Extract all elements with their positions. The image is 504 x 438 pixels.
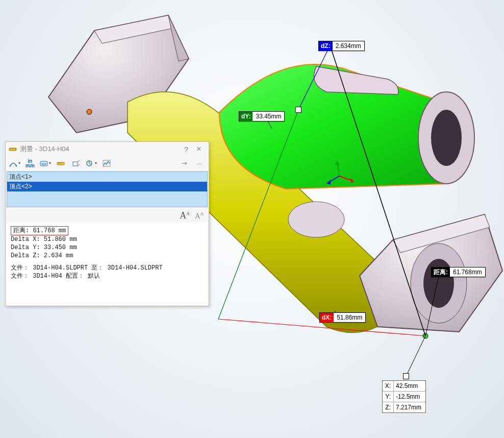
callout-distance-tag: 距离: (432, 267, 450, 277)
close-button[interactable]: × (192, 144, 206, 154)
collapse-button[interactable]: ︿ (192, 157, 207, 169)
result-dz-value: 2.634 mm (44, 252, 73, 259)
history-button[interactable] (84, 157, 98, 169)
svg-point-9 (423, 259, 454, 308)
measure-titlebar[interactable]: 测量 - 3D14-H04 ? × (6, 142, 209, 156)
model-boss (288, 202, 344, 237)
model-cylinder-green (219, 64, 474, 189)
svg-text:xyz: xyz (42, 162, 46, 165)
coord-y-label: Y: (383, 392, 394, 402)
units-button[interactable]: inmm (23, 157, 37, 169)
svg-point-5 (288, 202, 344, 237)
result-dy-label: Delta Y: (11, 244, 40, 251)
selection-item-2[interactable]: 顶点<2> (7, 182, 207, 191)
result-file2-label: 文件： (11, 273, 29, 280)
help-button[interactable]: ? (180, 145, 192, 154)
leader-node-coord (403, 373, 409, 379)
svg-point-4 (431, 110, 462, 166)
font-size-controls: AA AA (6, 207, 209, 221)
measure-toolbar: inmm xyz ⊸ ︿ (6, 156, 209, 172)
result-file1-label: 文件： (11, 264, 29, 272)
results-panel: 距离: 61.768 mm Delta X: 51.860 mm Delta Y… (7, 223, 208, 305)
callout-distance-value: 61.768mm (450, 267, 485, 277)
coord-x-label: X: (383, 381, 394, 391)
svg-rect-33 (73, 162, 78, 166)
coord-x-value: 42.5mm (394, 381, 424, 391)
measure-title: 测量 - 3D14-H04 (20, 144, 180, 154)
result-dx-label: Delta X: (11, 236, 40, 243)
coord-z-value: 7.217mm (394, 402, 425, 412)
callout-dy[interactable]: dY: 33.45mm (239, 111, 285, 121)
svg-point-25 (10, 165, 11, 166)
coord-y-value: -12.5mm (394, 392, 424, 402)
projected-button[interactable] (69, 157, 83, 169)
svg-line-35 (78, 164, 80, 166)
coord-z-label: Z: (383, 402, 394, 412)
result-dy-value: 33.450 mm (44, 244, 77, 251)
xyz-button[interactable]: xyz (38, 157, 53, 169)
arc-mode-button[interactable] (8, 157, 22, 169)
result-distance-value: 61.768 mm (33, 227, 66, 234)
callout-dx-value: 51.86mm (334, 313, 365, 322)
svg-point-26 (16, 165, 17, 166)
result-dz-label: Delta Z: (11, 252, 40, 259)
vertex-1-marker (87, 109, 92, 114)
sensor-button[interactable] (99, 157, 114, 169)
selection-item-1[interactable]: 顶点<1> (7, 172, 207, 182)
svg-rect-29 (57, 162, 64, 165)
coordinate-readout[interactable]: X:42.5mm Y:-12.5mm Z:7.217mm (382, 380, 426, 413)
result-distance-label: 距离: (13, 227, 29, 234)
callout-dx[interactable]: dX: 51.86mm (319, 312, 366, 323)
svg-rect-37 (103, 160, 110, 166)
callout-dy-value: 33.45mm (253, 112, 284, 121)
leader-node-dy (295, 107, 301, 113)
font-increase-button[interactable]: AA (180, 210, 190, 221)
result-file2-value: 3D14-H04 配置： 默认 (33, 273, 100, 280)
ruler-button[interactable] (54, 157, 68, 169)
svg-line-13 (406, 336, 425, 376)
measure-app-icon (9, 145, 17, 153)
callout-dy-tag: dY: (239, 112, 253, 121)
callout-distance[interactable]: 距离: 61.768mm (431, 267, 486, 277)
measure-dialog[interactable]: 测量 - 3D14-H04 ? × inmm xyz ⊸ ︿ 顶点<1> 顶点< (5, 141, 209, 306)
callout-dz-tag: dZ: (319, 41, 333, 51)
callout-dz-value: 2.634mm (333, 41, 364, 51)
font-decrease-button[interactable]: AA (195, 212, 204, 220)
selection-list[interactable]: 顶点<1> 顶点<2> (7, 172, 208, 207)
callout-dz[interactable]: dZ: 2.634mm (318, 41, 365, 51)
svg-line-34 (78, 160, 80, 162)
callout-dx-tag: dX: (320, 313, 334, 322)
pin-button[interactable]: ⊸ (177, 157, 191, 169)
result-dx-value: 51.860 mm (44, 236, 77, 243)
result-file1-value: 3D14-H04.SLDPRT 至： 3D14-H04.SLDPRT (33, 264, 162, 272)
